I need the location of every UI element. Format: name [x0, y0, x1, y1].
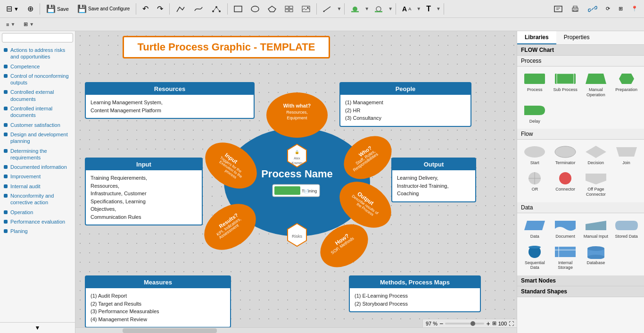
auto-layout-button[interactable]: ⟳: [603, 4, 613, 13]
shape-delay[interactable]: Delay: [521, 102, 549, 125]
line-tool[interactable]: [320, 4, 335, 14]
left-sidebar-item[interactable]: Performance evaluation: [0, 217, 75, 226]
item-dot: [4, 194, 8, 198]
svg-point-78: [528, 246, 541, 249]
font-size-tool[interactable]: A A: [399, 4, 414, 14]
fit-page-button[interactable]: [551, 4, 566, 14]
add-icon: ⊕: [27, 4, 33, 13]
zoom-reset-icon[interactable]: 100: [498, 321, 507, 326]
shape-internal-storage[interactable]: Internal Storage: [552, 243, 579, 272]
svg-rect-79: [555, 247, 576, 257]
zoom-plus-button[interactable]: +: [486, 320, 490, 327]
shape-connector[interactable]: Connector: [552, 170, 579, 199]
connect-tool[interactable]: [173, 4, 189, 14]
link-button[interactable]: [585, 4, 601, 14]
zoom-fit-icon[interactable]: ⊞: [492, 320, 496, 326]
left-sidebar-item[interactable]: Nonconformity and corrective action: [0, 191, 75, 208]
fill-color-tool[interactable]: [347, 4, 363, 14]
left-sidebar-item[interactable]: Determining the requirements: [0, 146, 75, 163]
sep8: [444, 3, 444, 15]
svg-marker-74: [586, 174, 606, 184]
shape-manual-operation[interactable]: Manual Operation: [582, 70, 610, 99]
shape-data[interactable]: Data: [521, 217, 549, 241]
image-icon: [302, 6, 310, 12]
left-sidebar-item[interactable]: Control of nonconforming outputs: [0, 71, 75, 88]
svg-rect-3: [234, 6, 242, 12]
left-sidebar-item[interactable]: Competence: [0, 62, 75, 71]
input-box[interactable]: Input Training Requierements, Ressources…: [85, 158, 203, 225]
left-sidebar-item[interactable]: Improvement: [0, 172, 75, 181]
scroll-thumb[interactable]: [123, 328, 217, 333]
zoom-slider[interactable]: [445, 323, 484, 325]
path-tool[interactable]: [208, 4, 224, 14]
stroke-color-tool[interactable]: [371, 4, 386, 14]
more-shapes-tool[interactable]: [281, 4, 297, 14]
section-data-label: Data: [517, 202, 644, 213]
svg-rect-61: [524, 74, 545, 84]
scroll-down-button[interactable]: ▼: [0, 322, 75, 333]
font-size-icon: A: [402, 5, 407, 13]
image-tool[interactable]: [298, 4, 314, 14]
left-sidebar-item[interactable]: Design and development planning: [0, 130, 75, 146]
left-sidebar-item[interactable]: Internal audit: [0, 182, 75, 191]
canvas-scroll[interactable]: Turtle Process Graphic - TEMPLATE Resour…: [75, 31, 517, 333]
shape-process[interactable]: Process: [521, 70, 549, 99]
path-icon: [212, 5, 221, 13]
redo-button[interactable]: ↷: [154, 3, 166, 15]
arrange-icon: ⊞: [24, 21, 28, 27]
right-panel: Libraries Properties FLOW Chart Process …: [517, 31, 644, 333]
shape-stored-data[interactable]: Stored Data: [612, 217, 640, 241]
shape-document[interactable]: Document: [552, 217, 579, 241]
shape-start[interactable]: Start: [521, 143, 549, 167]
undo-button[interactable]: ↶: [139, 3, 152, 15]
arrange-button[interactable]: ⊞ ▼: [20, 20, 37, 29]
section-flow-label: Flow: [517, 129, 644, 140]
diagram-title-box[interactable]: Turtle Process Graphic - TEMPLATE: [123, 36, 330, 58]
add-button[interactable]: ⊕: [24, 3, 37, 15]
shape-join[interactable]: Join: [612, 143, 640, 167]
insert-button[interactable]: ⊞: [615, 4, 626, 13]
text-tool[interactable]: T: [423, 3, 434, 15]
polygon-tool[interactable]: [264, 4, 280, 14]
rect-tool[interactable]: [231, 4, 246, 14]
left-sidebar-item[interactable]: Operation: [0, 208, 75, 217]
filter-button[interactable]: ⊟ ▼: [3, 3, 22, 15]
tab-libraries[interactable]: Libraries: [517, 31, 556, 44]
sep7: [396, 3, 396, 15]
left-sidebar-item[interactable]: Controlled internal documents: [0, 104, 75, 120]
left-sidebar-item[interactable]: Customer satisfaction: [0, 120, 75, 130]
left-sidebar-item[interactable]: Planing: [0, 226, 75, 236]
data-shapes-grid: Data Document Manual Input Stored Data: [517, 213, 644, 275]
item-dot: [4, 220, 8, 224]
zoom-minus-button[interactable]: −: [439, 320, 443, 327]
print-button[interactable]: [568, 4, 583, 14]
shape-database[interactable]: Database: [582, 243, 610, 272]
shape-sub-process[interactable]: Sub Process: [552, 70, 579, 99]
left-sidebar-item[interactable]: Actions to address risks and opportuniti…: [0, 45, 75, 62]
shape-preparation[interactable]: Preparation: [612, 70, 640, 99]
secondary-toolbar: ≡ ▼ ⊞ ▼: [0, 18, 644, 31]
format-button[interactable]: ≡ ▼: [3, 20, 18, 29]
turtle-diagram-svg: Process Name Training 📄 With what? Resou…: [198, 83, 405, 291]
ellipse-tool[interactable]: [248, 4, 263, 14]
shape-manual-input[interactable]: Manual Input: [582, 217, 610, 241]
shape-terminator[interactable]: Terminator: [552, 143, 579, 167]
zoom-full-icon[interactable]: ⛶: [509, 321, 514, 326]
left-sidebar-item[interactable]: Documented information: [0, 162, 75, 172]
left-sidebar-item[interactable]: Controlled external documents: [0, 87, 75, 104]
horizontal-scrollbar[interactable]: [75, 327, 517, 333]
shape-sequential-data[interactable]: Sequential Data: [521, 243, 549, 272]
curve-tool[interactable]: [190, 4, 206, 14]
shape-off-page-connector[interactable]: Off Page Connector: [582, 170, 610, 199]
svg-rect-62: [555, 74, 576, 84]
tab-properties[interactable]: Properties: [556, 31, 597, 44]
measures-content: (1) Audit Report (2) Target and Results …: [86, 288, 230, 327]
save-button[interactable]: 💾 Save: [43, 3, 72, 15]
search-input[interactable]: [2, 33, 73, 42]
shape-or[interactable]: OR: [521, 170, 549, 199]
svg-text:Risks: Risks: [292, 234, 302, 239]
shape-decision[interactable]: Decision: [582, 143, 610, 167]
map-pin-button[interactable]: 📍: [628, 4, 641, 13]
save-configure-button[interactable]: 💾 Save and Configure: [74, 3, 133, 15]
sep2: [136, 3, 136, 15]
